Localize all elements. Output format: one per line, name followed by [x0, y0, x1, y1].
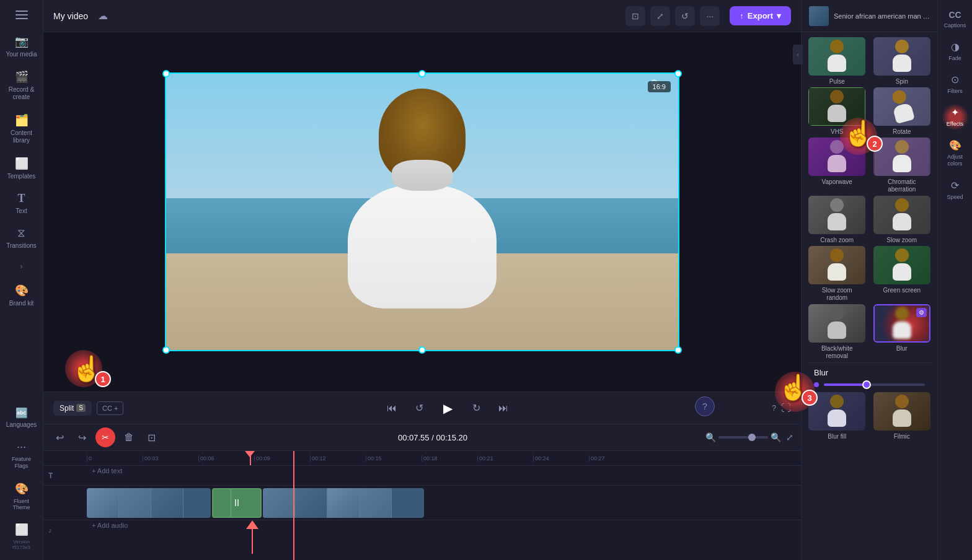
rotate-button[interactable]: ↺: [675, 6, 695, 26]
ruler-mark-15: 00:15: [366, 455, 422, 462]
effect-item-slowzoom[interactable]: Slow zoom: [872, 196, 933, 243]
effects-row-6: Black/whiteremoval ⚙ Blur: [806, 304, 932, 360]
ruler-mark-12: 00:12: [310, 455, 366, 462]
blur-dot: [814, 382, 819, 387]
transitions-icon: ⧖: [17, 227, 25, 240]
zoom-in-button[interactable]: 🔍: [771, 432, 781, 442]
add-text-button[interactable]: + Add text: [87, 466, 127, 476]
sidebar-item-feature-flags[interactable]: ··· FeatureFlags: [3, 435, 40, 475]
effect-item-rotate[interactable]: Rotate: [872, 87, 933, 135]
effect-thumb-greenscreen: [873, 246, 930, 284]
export-button[interactable]: ↑ Export ▾: [730, 6, 791, 25]
sidebar-item-media[interactable]: 📷 Your media: [3, 30, 40, 63]
timeline-toolbar: ↩ ↪ ✂ 🗑 ⊡ 00:07.55 / 00:15.20 🔍 🔍 ⤢: [43, 424, 801, 451]
delete-button[interactable]: 🗑: [120, 429, 138, 446]
effects-row-4: Crash zoom Slow zoom: [806, 196, 932, 243]
sidebar-item-languages[interactable]: 🔤 Languages: [3, 402, 40, 433]
effect-item-greenscreen[interactable]: Green screen: [872, 246, 933, 302]
sidebar-item-record[interactable]: 🎬 Record &create: [3, 65, 40, 106]
ruler-mark-9: 00:09: [254, 455, 310, 462]
effects-icon: ✦: [951, 107, 959, 118]
resize-button[interactable]: ⤢: [650, 6, 670, 26]
captions-button[interactable]: CC +: [97, 401, 123, 415]
timeline-content: 0 00:03 00:06 00:09 00:12 00:15 00:18 00…: [43, 451, 801, 560]
effect-label-crash: Crash zoom: [820, 237, 854, 243]
add-audio-button[interactable]: + Add audio: [87, 520, 133, 530]
effect-item-filmic[interactable]: Filmic: [872, 392, 933, 440]
skip-to-end-button[interactable]: ⏭: [495, 400, 512, 417]
effect-item-pulse-partial[interactable]: Pulse: [806, 37, 868, 85]
more-options-button[interactable]: ···: [700, 6, 720, 26]
fade-icon-item[interactable]: ◑ Fade: [940, 36, 971, 66]
collapse-button[interactable]: ‹: [793, 45, 803, 64]
effects-grid: Pulse Spin VHS: [802, 32, 937, 560]
hamburger-menu[interactable]: [3, 5, 40, 25]
effect-item-blackwhite[interactable]: Black/whiteremoval: [806, 304, 868, 360]
forward-button[interactable]: ↻: [467, 400, 485, 417]
adjust-colors-icon-item[interactable]: 🎨 Adjustcolors: [940, 134, 971, 172]
video-background: [166, 74, 678, 350]
expand-timeline-button[interactable]: ⤢: [786, 432, 793, 442]
effect-item-crash[interactable]: Crash zoom: [806, 196, 868, 243]
playback-right-controls: ? ⛶: [772, 403, 791, 414]
resize-handle-tl[interactable]: [162, 70, 170, 77]
speed-icon: ⟳: [951, 180, 959, 191]
text-track: T + Add text: [43, 466, 801, 486]
filters-icon-item[interactable]: ⊙ Filters: [940, 69, 971, 99]
scissors-button[interactable]: ✂: [95, 427, 115, 447]
rewind-button[interactable]: ↺: [410, 400, 428, 417]
sidebar-item-templates[interactable]: ⬜ Templates: [3, 152, 40, 185]
help-button[interactable]: ?: [772, 404, 776, 413]
speed-icon-item[interactable]: ⟳ Speed: [940, 175, 971, 205]
effect-item-slowzoomr[interactable]: Slow zoomrandom: [806, 246, 868, 302]
version-icon: ⬜: [15, 523, 29, 536]
effect-label-vaporwave: Vaporwave: [822, 178, 852, 185]
video-frame[interactable]: ⚙ 16:9: [165, 72, 679, 351]
undo-button[interactable]: ↩: [51, 429, 68, 446]
effects-row-2: VHS Rotate: [806, 87, 932, 135]
effect-item-spin-partial[interactable]: Spin: [872, 37, 933, 85]
detach-button[interactable]: ⊡: [143, 429, 160, 446]
video-clip-3[interactable]: [263, 488, 424, 518]
resize-handle-tr[interactable]: [674, 70, 682, 77]
blur-slider[interactable]: [824, 383, 925, 386]
effect-item-blurfill[interactable]: Blur fill: [806, 392, 868, 440]
captions-icon: CC: [948, 10, 961, 20]
sidebar-item-content[interactable]: 🗂️ Contentlibrary: [3, 108, 40, 149]
media-icon: 📷: [15, 35, 29, 48]
play-button[interactable]: ▶: [438, 398, 457, 418]
resize-handle-br[interactable]: [674, 346, 682, 354]
video-clip-2[interactable]: ⏸: [212, 488, 262, 518]
split-button[interactable]: Split S: [53, 401, 92, 416]
clip-title: Senior african american man sm...: [834, 12, 930, 20]
redo-button[interactable]: ↪: [73, 429, 91, 446]
sidebar-item-transitions[interactable]: ⧖ Transitions: [3, 222, 40, 254]
skip-to-start-button[interactable]: ⏮: [383, 400, 400, 417]
resize-handle-bl[interactable]: [162, 346, 170, 354]
sidebar-item-fluent[interactable]: 🎨 FluentTheme: [3, 477, 40, 515]
video-section: ⚙ 16:9 Split S CC + ⏮ ↺ ▶ ↻: [43, 32, 801, 424]
effects-row-top-partial: Pulse Spin: [806, 37, 932, 85]
ruler-mark-27: 00:27: [589, 455, 645, 462]
adjust-colors-icon: 🎨: [949, 139, 961, 151]
fullscreen-button[interactable]: ⛶: [781, 403, 791, 414]
effect-item-chromatic[interactable]: Chromaticaberration: [872, 138, 933, 193]
captions-icon-item[interactable]: CC Captions: [940, 5, 971, 33]
resize-handle-tm[interactable]: [418, 70, 426, 77]
main-area: My video ☁ ⊡ ⤢ ↺ ··· ↑ Export ▾: [43, 0, 801, 560]
project-title: My video: [53, 11, 88, 21]
effects-icon-item[interactable]: ✦ Effects: [940, 102, 971, 132]
video-clip-1[interactable]: [87, 488, 211, 518]
effect-label-blackwhite: Black/whiteremoval: [821, 345, 853, 360]
sidebar-item-text[interactable]: T Text: [3, 187, 40, 219]
zoom-slider[interactable]: [718, 436, 768, 439]
sidebar-collapse[interactable]: ›: [17, 256, 27, 276]
sidebar-item-brand[interactable]: 🎨 Brand kit: [3, 279, 40, 312]
crop-button[interactable]: ⊡: [625, 6, 645, 26]
resize-handle-bm[interactable]: [418, 346, 426, 354]
effect-item-vaporwave[interactable]: Vaporwave: [806, 138, 868, 193]
zoom-out-button[interactable]: 🔍: [705, 432, 716, 442]
effect-item-vhs[interactable]: VHS: [806, 87, 868, 135]
effect-thumb-crash: [808, 196, 865, 234]
effect-item-blur[interactable]: ⚙ Blur: [872, 304, 933, 360]
